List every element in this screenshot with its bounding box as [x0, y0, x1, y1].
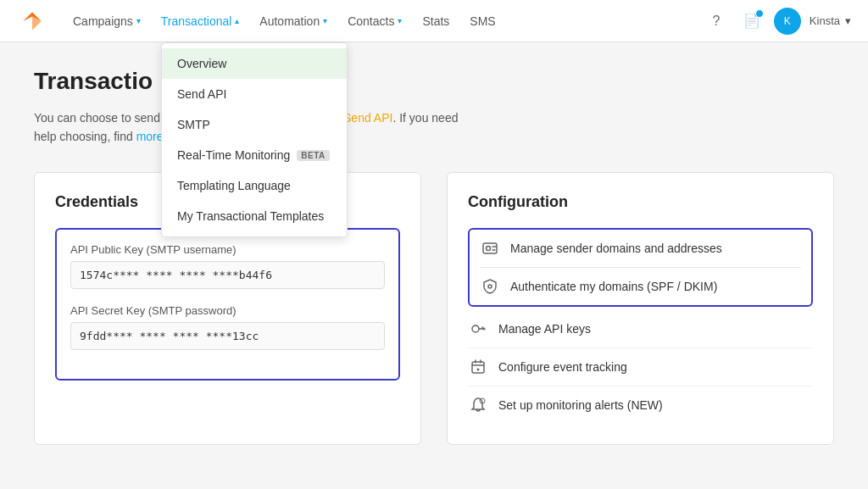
configuration-card: Configuration Manage sender domains and …	[447, 172, 834, 445]
chevron-down-icon: ▾	[136, 16, 141, 25]
config-item-manage-sender[interactable]: Manage sender domains and addresses	[480, 230, 801, 268]
nav-item-contacts[interactable]: Contacts ▾	[339, 9, 410, 33]
nav-item-transactional[interactable]: Transactional ▴	[153, 9, 248, 33]
dropdown-item-send-api[interactable]: Send API	[162, 79, 347, 109]
dropdown-item-overview[interactable]: Overview	[162, 48, 347, 79]
nav-item-automation[interactable]: Automation ▾	[251, 9, 336, 33]
page-description: You can choose to send yough our SMTP re…	[34, 108, 834, 147]
nav-item-campaigns[interactable]: Campaigns ▾	[64, 9, 149, 33]
dropdown-item-templating-language[interactable]: Templating Language	[162, 170, 347, 201]
nav-items: Campaigns ▾ Transactional ▴ Automation ▾…	[64, 9, 703, 33]
chevron-down-icon: ▾	[323, 16, 327, 25]
transactional-dropdown: Overview Send API SMTP Real-Time Monitor…	[161, 42, 348, 237]
nav-right: ? 📄 K Kinsta ▾	[703, 8, 851, 35]
main-content: Transactio You can choose to send yough …	[0, 42, 868, 470]
chevron-up-icon: ▴	[235, 16, 239, 25]
shield-icon	[480, 276, 500, 297]
svg-point-6	[477, 368, 480, 370]
send-api-link[interactable]: Send API	[343, 111, 392, 125]
cards-row: Credentials API Public Key (SMTP usernam…	[34, 172, 834, 445]
notifications-button[interactable]: 📄	[738, 8, 765, 35]
config-item-authenticate-domains[interactable]: Authenticate my domains (SPF / DKIM)	[480, 268, 801, 305]
svg-point-4	[472, 325, 479, 332]
api-secret-key-label: API Secret Key (SMTP password)	[70, 304, 385, 317]
page-title: Transactio	[34, 68, 834, 95]
sender-icon	[480, 238, 500, 258]
api-secret-key-input[interactable]	[70, 322, 385, 350]
nav-item-sms[interactable]: SMS	[461, 9, 504, 33]
dropdown-item-smtp[interactable]: SMTP	[162, 109, 347, 140]
dropdown-item-real-time-monitoring[interactable]: Real-Time Monitoring BETA	[162, 140, 347, 170]
help-button[interactable]: ?	[703, 8, 730, 35]
nav-item-stats[interactable]: Stats	[414, 9, 458, 33]
api-public-key-input[interactable]	[70, 261, 385, 289]
navbar: Campaigns ▾ Transactional ▴ Automation ▾…	[0, 0, 868, 42]
chevron-down-icon: ▾	[845, 14, 851, 27]
bell-icon	[468, 395, 488, 415]
chevron-down-icon: ▾	[398, 16, 402, 25]
config-item-manage-api-keys[interactable]: Manage API keys	[468, 310, 813, 348]
api-public-key-field: API Public Key (SMTP username)	[70, 243, 385, 289]
user-avatar-icon[interactable]: K	[774, 8, 801, 35]
user-menu[interactable]: Kinsta ▾	[810, 14, 851, 27]
svg-point-3	[488, 285, 492, 288]
credentials-highlighted-box: API Public Key (SMTP username) API Secre…	[55, 228, 400, 381]
config-item-set-up-monitoring[interactable]: Set up monitoring alerts (NEW)	[468, 386, 813, 424]
config-item-configure-event[interactable]: Configure event tracking	[468, 348, 813, 386]
api-public-key-label: API Public Key (SMTP username)	[70, 243, 385, 256]
logo[interactable]	[17, 6, 47, 36]
svg-point-2	[487, 246, 491, 250]
calendar-icon	[468, 357, 488, 377]
beta-badge: BETA	[297, 150, 329, 161]
key-icon	[468, 319, 488, 339]
config-highlighted-box: Manage sender domains and addresses Auth…	[468, 228, 813, 307]
configuration-card-title: Configuration	[468, 193, 813, 211]
svg-rect-5	[472, 362, 484, 373]
api-secret-key-field: API Secret Key (SMTP password)	[70, 304, 385, 350]
dropdown-item-my-transactional-templates[interactable]: My Transactional Templates	[162, 201, 347, 231]
